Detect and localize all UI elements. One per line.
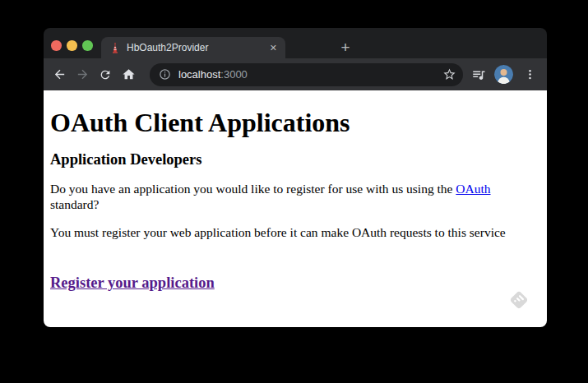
- browser-toolbar: localhost:3000: [44, 58, 547, 90]
- page-content: OAuth Client Applications Application De…: [44, 90, 547, 327]
- intro-text-before: Do you have an application you would lik…: [50, 182, 456, 196]
- window-controls: [51, 40, 93, 51]
- url-text[interactable]: localhost:3000: [178, 68, 442, 81]
- minimize-window-button[interactable]: [67, 40, 77, 51]
- tab-title: HbOauth2Provider: [127, 42, 268, 53]
- zoom-window-button[interactable]: [82, 40, 93, 51]
- reload-button[interactable]: [94, 63, 117, 86]
- home-icon: [122, 67, 136, 81]
- tab-strip: HbOauth2Provider ✕ +: [44, 28, 547, 58]
- address-bar[interactable]: localhost:3000: [150, 63, 463, 86]
- url-port: :3000: [220, 68, 248, 81]
- chrome-menu-button[interactable]: [518, 63, 541, 86]
- reload-icon: [99, 68, 112, 81]
- register-heading: Register your application: [50, 275, 540, 292]
- requirement-paragraph: You must register your web application b…: [50, 225, 540, 240]
- section-heading: Application Developers: [50, 151, 540, 168]
- three-dot-menu-icon: [524, 68, 536, 81]
- page-title: OAuth Client Applications: [50, 108, 540, 138]
- playlist-extension-button[interactable]: [467, 63, 490, 86]
- intro-paragraph: Do you have an application you would lik…: [50, 182, 540, 212]
- close-window-button[interactable]: [51, 40, 62, 51]
- profile-avatar-button[interactable]: [492, 63, 515, 86]
- avatar: [494, 65, 513, 84]
- home-button[interactable]: [117, 63, 140, 86]
- register-application-link[interactable]: Register your application: [50, 275, 215, 291]
- oauth-link[interactable]: OAuth: [456, 182, 490, 196]
- intro-text-after: standard?: [50, 197, 99, 211]
- playlist-music-icon: [471, 67, 486, 82]
- tab-close-icon[interactable]: ✕: [268, 42, 279, 54]
- bookmark-star-icon[interactable]: [442, 67, 456, 81]
- feedly-mini-icon[interactable]: [508, 289, 530, 311]
- back-arrow-icon: [53, 67, 67, 81]
- back-button[interactable]: [48, 63, 71, 86]
- url-host: localhost: [178, 68, 220, 81]
- tower-favicon-icon: [109, 42, 121, 54]
- site-info-icon[interactable]: [159, 68, 171, 81]
- desktop-background: { "window": { "tab": { "title": "HbOauth…: [0, 0, 588, 383]
- new-tab-button[interactable]: +: [336, 38, 355, 58]
- browser-window: HbOauth2Provider ✕ +: [44, 28, 547, 327]
- forward-arrow-icon: [76, 67, 90, 81]
- forward-button[interactable]: [71, 63, 94, 86]
- browser-tab[interactable]: HbOauth2Provider ✕: [101, 37, 285, 58]
